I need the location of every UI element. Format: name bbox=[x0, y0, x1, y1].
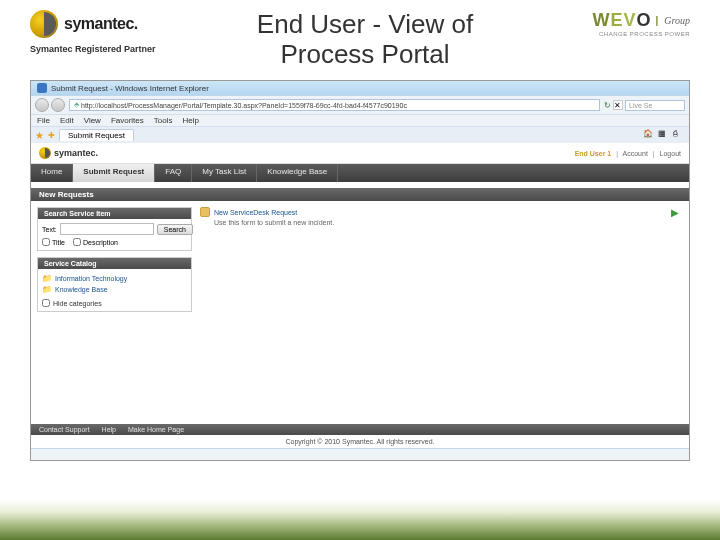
nav-home[interactable]: Home bbox=[31, 164, 73, 182]
search-button[interactable]: Search bbox=[157, 224, 193, 235]
menu-edit[interactable]: Edit bbox=[60, 116, 74, 125]
folder-icon: 📁 bbox=[42, 274, 52, 283]
browser-search[interactable]: Live Se bbox=[625, 100, 685, 111]
globe-icon: ⬘ bbox=[74, 101, 79, 109]
search-input[interactable] bbox=[60, 223, 154, 235]
catalog-item-kb[interactable]: 📁Knowledge Base bbox=[42, 284, 187, 295]
section-new-requests: New Requests bbox=[31, 188, 689, 201]
panel-service-catalog: Service Catalog 📁Information Technology … bbox=[37, 257, 192, 312]
filter-title[interactable]: Title bbox=[42, 238, 65, 246]
browser-window: Submit Request - Windows Internet Explor… bbox=[30, 80, 690, 461]
app-nav: Home Submit Request FAQ My Task List Kno… bbox=[31, 164, 689, 182]
menu-file[interactable]: File bbox=[37, 116, 50, 125]
menu-view[interactable]: View bbox=[84, 116, 101, 125]
copyright: Copyright © 2010 Symantec. All rights re… bbox=[31, 435, 689, 448]
filter-description[interactable]: Description bbox=[73, 238, 118, 246]
catalog-item-it[interactable]: 📁Information Technology bbox=[42, 273, 187, 284]
hide-categories[interactable]: Hide categories bbox=[42, 299, 187, 307]
symantec-wordmark: symantec. bbox=[64, 15, 138, 33]
footer-make-home-page[interactable]: Make Home Page bbox=[128, 426, 184, 433]
menu-help[interactable]: Help bbox=[182, 116, 198, 125]
slide-footer-gradient bbox=[0, 500, 720, 540]
nav-submit-request[interactable]: Submit Request bbox=[73, 164, 155, 182]
slide-title: End User - View of Process Portal bbox=[210, 10, 520, 70]
nav-faq[interactable]: FAQ bbox=[155, 164, 192, 182]
url-text: http://localhost/ProcessManager/Portal/T… bbox=[81, 102, 407, 109]
folder-icon: 📁 bbox=[42, 285, 52, 294]
request-subtitle: Use this form to submit a new incident. bbox=[214, 219, 683, 226]
address-bar[interactable]: ⬘ http://localhost/ProcessManager/Portal… bbox=[69, 99, 600, 111]
refresh-icon[interactable]: ↻ bbox=[604, 101, 611, 110]
user-links: End User 1 | Account | Logout bbox=[575, 150, 681, 157]
ie-status-bar bbox=[31, 448, 689, 460]
home-icon[interactable]: 🏠 bbox=[643, 129, 655, 141]
back-button[interactable] bbox=[35, 98, 49, 112]
favorites-add-icon[interactable]: ✚ bbox=[48, 131, 55, 140]
footer-contact-support[interactable]: Contact Support bbox=[39, 426, 90, 433]
wevo-logo-block: WEVO|Group CHANGE PROCESS POWER bbox=[520, 10, 690, 37]
search-label: Text: bbox=[42, 226, 57, 233]
symantec-logo-block: symantec. Symantec Registered Partner bbox=[30, 10, 210, 54]
current-user: End User 1 bbox=[575, 150, 612, 157]
footer-help[interactable]: Help bbox=[102, 426, 116, 433]
stop-button[interactable]: ✕ bbox=[613, 100, 623, 110]
symantec-swirl-icon bbox=[39, 147, 51, 159]
logout-link[interactable]: Logout bbox=[660, 150, 681, 157]
feeds-icon[interactable]: ▦ bbox=[658, 129, 670, 141]
app-footer: Contact Support Help Make Home Page bbox=[31, 424, 689, 435]
new-servicedesk-request[interactable]: New ServiceDesk Request bbox=[200, 207, 683, 217]
window-title: Submit Request - Windows Internet Explor… bbox=[51, 84, 209, 93]
menu-tools[interactable]: Tools bbox=[154, 116, 173, 125]
print-icon[interactable]: ⎙ bbox=[673, 129, 685, 141]
panel-header: Search Service Item bbox=[38, 208, 191, 219]
favorites-star-icon[interactable]: ★ bbox=[35, 130, 44, 141]
app-logo: symantec. bbox=[39, 147, 98, 159]
play-icon[interactable]: ▶ bbox=[671, 207, 679, 218]
symantec-swirl-icon bbox=[30, 10, 58, 38]
wevo-tagline: CHANGE PROCESS POWER bbox=[520, 31, 690, 37]
forward-button[interactable] bbox=[51, 98, 65, 112]
panel-header: Service Catalog bbox=[38, 258, 191, 269]
menu-favorites[interactable]: Favorites bbox=[111, 116, 144, 125]
panel-search-service-item: Search Service Item Text: Search Title D… bbox=[37, 207, 192, 251]
nav-my-task-list[interactable]: My Task List bbox=[192, 164, 257, 182]
browser-tab[interactable]: Submit Request bbox=[59, 129, 134, 141]
partner-label: Symantec Registered Partner bbox=[30, 44, 210, 54]
account-link[interactable]: Account bbox=[623, 150, 648, 157]
nav-knowledge-base[interactable]: Knowledge Base bbox=[257, 164, 338, 182]
ie-icon bbox=[37, 83, 47, 93]
window-titlebar: Submit Request - Windows Internet Explor… bbox=[31, 81, 689, 95]
request-icon bbox=[200, 207, 210, 217]
